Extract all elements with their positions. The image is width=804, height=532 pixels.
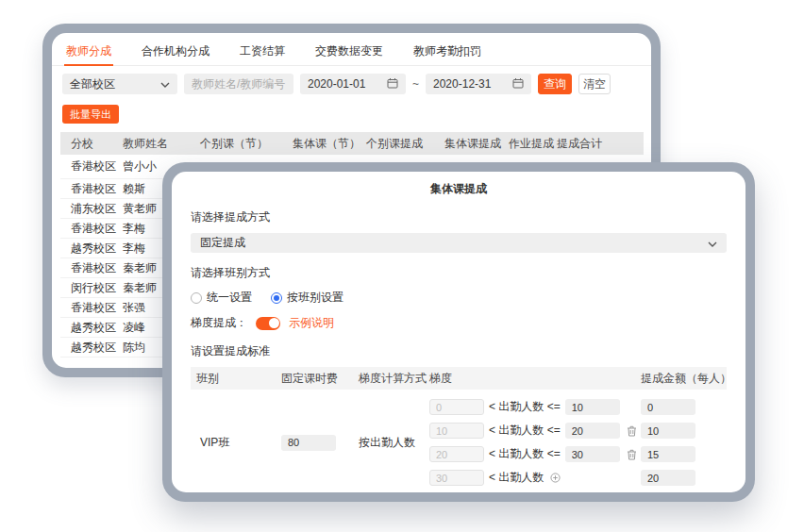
gradient-toggle-row: 梯度提成： 示例说明: [191, 315, 727, 331]
commission-method-label: 请选择提成方式: [191, 209, 727, 225]
tier-amount-input[interactable]: [641, 399, 695, 415]
date-start-field[interactable]: 2020-01-01: [300, 74, 406, 94]
tier-row: < 出勤人数 <=: [429, 399, 635, 415]
commission-method-value: 固定提成: [200, 235, 245, 251]
calc-method-cell: 按出勤人数: [355, 435, 426, 451]
tier-table-body: VIP班 按出勤人数 < 出勤人数 <= < 出勤人数 <=: [191, 390, 727, 492]
tier-row: < 出勤人数 <=: [429, 446, 635, 462]
dialog-title: 集体课提成: [191, 181, 727, 197]
campus-select-value: 全部校区: [70, 76, 115, 92]
radio-unified-setting[interactable]: 统一设置: [191, 290, 252, 306]
tier-from-input: [429, 423, 484, 439]
radio-label: 按班别设置: [287, 290, 343, 306]
tab-salary-settlement[interactable]: 工资结算: [238, 33, 287, 65]
fixed-fee-cell: [277, 435, 355, 451]
example-link[interactable]: 示例说明: [289, 315, 334, 331]
fixed-fee-input[interactable]: [281, 435, 336, 451]
class-mode-label: 请选择班别方式: [191, 265, 727, 281]
date-end-value: 2020-12-31: [433, 77, 491, 91]
tab-payment-data-change[interactable]: 交费数据变更: [313, 33, 385, 65]
tier-amount-input[interactable]: [641, 446, 695, 462]
filter-row: 全部校区 2020-01-01 ~: [62, 74, 611, 94]
tab-teacher-attendance-penalty[interactable]: 教师考勤扣罚: [411, 33, 483, 65]
tier-condition-label: < 出勤人数 <=: [489, 446, 561, 462]
column-header: 教师姓名: [123, 136, 200, 152]
column-header: 集体课提成: [444, 136, 509, 152]
radio-selected-icon: [271, 292, 282, 304]
add-tier-icon[interactable]: [550, 473, 561, 483]
tier-amount-input[interactable]: [641, 423, 695, 439]
branch-cell: 越秀校区: [71, 340, 123, 356]
standard-label: 请设置提成标准: [191, 343, 727, 359]
tab-teacher-commission[interactable]: 教师分成: [64, 33, 113, 66]
date-range-separator: ~: [412, 77, 419, 91]
column-header: 梯度: [426, 371, 635, 387]
tier-condition-label: < 出勤人数: [489, 470, 544, 486]
tab-partner-commission[interactable]: 合作机构分成: [140, 33, 211, 65]
column-header: 集体课（节）: [293, 136, 366, 152]
group-commission-dialog-content: 集体课提成 请选择提成方式 固定提成 请选择班别方式 统一设置: [172, 172, 745, 492]
tier-from-input: [429, 446, 484, 462]
column-header: 梯度计算方式: [355, 371, 426, 387]
branch-cell: 香港校区: [71, 260, 123, 276]
column-header: 班别: [191, 371, 277, 387]
branch-cell: 闵行校区: [71, 280, 123, 296]
tier-to-input[interactable]: [565, 399, 620, 415]
tier-amount-input[interactable]: [641, 470, 695, 486]
tier-amounts-column: [635, 399, 727, 486]
campus-select[interactable]: 全部校区: [62, 74, 177, 94]
class-mode-radio-group: 统一设置 按班别设置: [191, 290, 727, 306]
tier-to-input[interactable]: [565, 423, 620, 439]
batch-export-button[interactable]: 批量导出: [62, 105, 119, 124]
tier-row: < 出勤人数: [429, 470, 635, 486]
chevron-down-icon: [708, 237, 717, 250]
column-header: 提成合计: [557, 136, 644, 152]
tab-bar: 教师分成 合作机构分成 工资结算 交费数据变更 教师考勤扣罚: [52, 33, 651, 66]
radio-label: 统一设置: [207, 290, 252, 306]
date-end-field[interactable]: 2020-12-31: [426, 74, 531, 94]
tier-table-header: 班别 固定课时费 梯度计算方式 梯度 提成金额（每人）: [191, 367, 727, 390]
tier-from-input: [429, 399, 484, 415]
branch-cell: 越秀校区: [71, 320, 123, 336]
search-button[interactable]: 查询: [538, 74, 572, 94]
commission-method-select[interactable]: 固定提成: [191, 233, 727, 253]
column-header: 提成金额（每人）: [635, 371, 731, 387]
tier-conditions-column: < 出勤人数 <= < 出勤人数 <=: [426, 399, 635, 486]
branch-cell: 越秀校区: [71, 241, 123, 257]
branch-cell: 香港校区: [71, 221, 123, 237]
teacher-search-input[interactable]: [184, 74, 293, 94]
table-header-row: 分校 教师姓名 个别课（节） 集体课（节） 个别课提成 集体课提成 作业提成 提…: [60, 132, 644, 155]
clear-button[interactable]: 清空: [578, 74, 611, 94]
branch-cell: 香港校区: [71, 300, 123, 316]
column-header: 个别课（节）: [200, 136, 293, 152]
column-header: 作业提成: [509, 136, 557, 152]
column-header: 分校: [71, 136, 123, 152]
column-header: 个别课提成: [366, 136, 444, 152]
radio-per-class-setting[interactable]: 按班别设置: [271, 290, 343, 306]
chevron-down-icon: [160, 77, 170, 91]
tier-from-input: [429, 470, 484, 486]
tier-to-input[interactable]: [565, 446, 620, 462]
radio-icon: [191, 292, 202, 304]
calendar-icon: [387, 77, 398, 91]
class-name-cell: VIP班: [191, 435, 277, 451]
tier-condition-label: < 出勤人数 <=: [489, 423, 561, 439]
gradient-toggle[interactable]: [256, 317, 280, 330]
branch-cell: 浦东校区: [71, 201, 123, 217]
date-start-value: 2020-01-01: [308, 77, 365, 91]
page: 教师分成 合作机构分成 工资结算 交费数据变更 教师考勤扣罚 全部校区 2020…: [0, 0, 804, 532]
tier-condition-label: < 出勤人数 <=: [489, 399, 561, 415]
gradient-label: 梯度提成：: [191, 315, 247, 331]
column-header: 固定课时费: [277, 371, 355, 387]
group-commission-dialog: 集体课提成 请选择提成方式 固定提成 请选择班别方式 统一设置: [162, 162, 755, 502]
calendar-icon: [512, 77, 524, 91]
branch-cell: 香港校区: [71, 158, 123, 175]
tier-row: < 出勤人数 <=: [429, 423, 635, 439]
branch-cell: 香港校区: [71, 181, 123, 197]
